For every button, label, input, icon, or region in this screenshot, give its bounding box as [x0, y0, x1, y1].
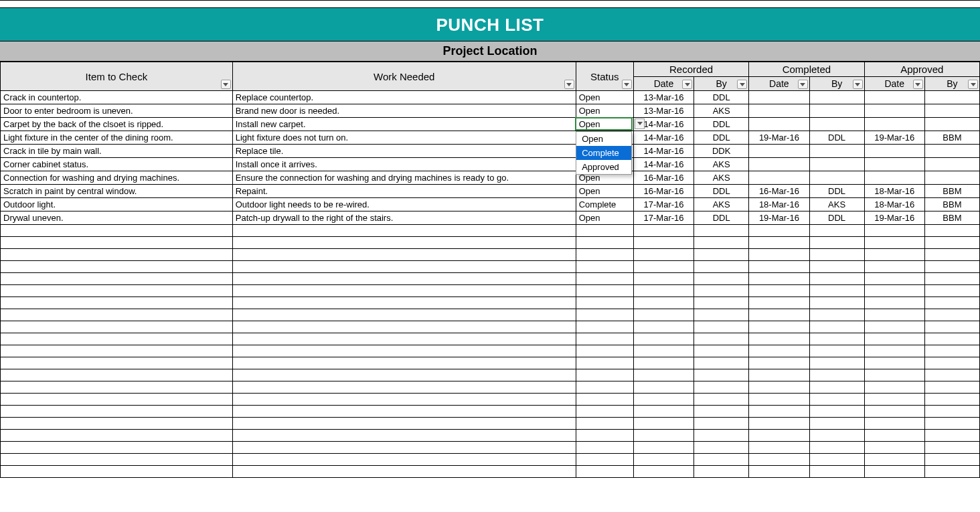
empty-cell[interactable]: [633, 394, 693, 406]
cell-completed-date[interactable]: [749, 158, 809, 171]
empty-cell[interactable]: [694, 369, 749, 381]
empty-cell[interactable]: [809, 345, 864, 357]
empty-cell[interactable]: [694, 418, 749, 430]
empty-cell[interactable]: [864, 418, 924, 430]
cell-completed-by[interactable]: [809, 91, 864, 104]
empty-cell[interactable]: [809, 406, 864, 418]
empty-cell[interactable]: [924, 273, 979, 285]
cell-work[interactable]: Brand new door is needed.: [232, 104, 576, 118]
empty-cell[interactable]: [809, 357, 864, 369]
empty-cell[interactable]: [633, 249, 693, 261]
empty-cell[interactable]: [576, 309, 633, 321]
cell-completed-date[interactable]: [749, 145, 809, 158]
empty-cell[interactable]: [1, 321, 233, 333]
cell-approved-by[interactable]: [924, 145, 979, 158]
empty-cell[interactable]: [694, 249, 749, 261]
cell-recorded-by[interactable]: DDL: [694, 131, 749, 145]
empty-cell[interactable]: [1, 273, 233, 285]
cell-recorded-by[interactable]: DDL: [694, 118, 749, 131]
cell-completed-date[interactable]: [749, 171, 809, 185]
empty-cell[interactable]: [864, 406, 924, 418]
cell-completed-by[interactable]: [809, 158, 864, 171]
empty-cell[interactable]: [633, 285, 693, 297]
empty-cell[interactable]: [633, 369, 693, 381]
empty-cell[interactable]: [864, 309, 924, 321]
status-dropdown[interactable]: OpenCompleteApproved: [576, 131, 632, 175]
cell-completed-date[interactable]: [749, 118, 809, 131]
cell-item[interactable]: Corner cabinet status.: [1, 158, 233, 171]
cell-approved-date[interactable]: 19-Mar-16: [864, 211, 924, 225]
empty-cell[interactable]: [232, 285, 576, 297]
empty-cell[interactable]: [232, 261, 576, 273]
cell-item[interactable]: Connection for washing and drying machin…: [1, 171, 233, 185]
empty-cell[interactable]: [576, 273, 633, 285]
empty-cell[interactable]: [924, 225, 979, 237]
empty-cell[interactable]: [749, 454, 809, 466]
empty-cell[interactable]: [694, 309, 749, 321]
empty-cell[interactable]: [576, 418, 633, 430]
empty-cell[interactable]: [924, 406, 979, 418]
empty-cell[interactable]: [232, 394, 576, 406]
cell-status[interactable]: Open: [576, 118, 633, 131]
empty-cell[interactable]: [864, 442, 924, 454]
cell-completed-date[interactable]: [749, 91, 809, 104]
empty-cell[interactable]: [749, 333, 809, 345]
empty-cell[interactable]: [924, 237, 979, 249]
empty-cell[interactable]: [232, 406, 576, 418]
header-item[interactable]: Item to Check: [1, 62, 233, 91]
empty-cell[interactable]: [1, 345, 233, 357]
empty-cell[interactable]: [576, 249, 633, 261]
empty-cell[interactable]: [864, 430, 924, 442]
empty-cell[interactable]: [232, 333, 576, 345]
cell-recorded-date[interactable]: 16-Mar-16: [633, 171, 693, 185]
empty-cell[interactable]: [1, 454, 233, 466]
empty-cell[interactable]: [633, 333, 693, 345]
empty-cell[interactable]: [694, 345, 749, 357]
empty-cell[interactable]: [232, 273, 576, 285]
empty-cell[interactable]: [809, 394, 864, 406]
empty-cell[interactable]: [864, 466, 924, 478]
empty-cell[interactable]: [576, 454, 633, 466]
empty-cell[interactable]: [576, 261, 633, 273]
cell-approved-by[interactable]: BBM: [924, 185, 979, 198]
cell-recorded-date[interactable]: 14-Mar-16: [633, 158, 693, 171]
empty-cell[interactable]: [1, 430, 233, 442]
cell-recorded-date[interactable]: 14-Mar-16: [633, 131, 693, 145]
empty-cell[interactable]: [924, 297, 979, 309]
empty-cell[interactable]: [633, 345, 693, 357]
cell-recorded-by[interactable]: AKS: [694, 171, 749, 185]
empty-cell[interactable]: [809, 297, 864, 309]
empty-cell[interactable]: [1, 466, 233, 478]
cell-completed-date[interactable]: 16-Mar-16: [749, 185, 809, 198]
empty-cell[interactable]: [924, 442, 979, 454]
empty-cell[interactable]: [809, 381, 864, 394]
empty-cell[interactable]: [576, 333, 633, 345]
cell-approved-by[interactable]: [924, 171, 979, 185]
empty-cell[interactable]: [809, 454, 864, 466]
empty-cell[interactable]: [749, 369, 809, 381]
empty-cell[interactable]: [749, 345, 809, 357]
empty-cell[interactable]: [694, 321, 749, 333]
empty-cell[interactable]: [232, 309, 576, 321]
empty-cell[interactable]: [809, 237, 864, 249]
empty-cell[interactable]: [633, 237, 693, 249]
cell-approved-date[interactable]: 19-Mar-16: [864, 131, 924, 145]
empty-cell[interactable]: [232, 381, 576, 394]
empty-cell[interactable]: [232, 249, 576, 261]
empty-cell[interactable]: [749, 261, 809, 273]
filter-icon[interactable]: [737, 80, 747, 89]
cell-recorded-by[interactable]: AKS: [694, 198, 749, 211]
cell-recorded-by[interactable]: AKS: [694, 104, 749, 118]
empty-cell[interactable]: [1, 418, 233, 430]
empty-cell[interactable]: [749, 394, 809, 406]
empty-cell[interactable]: [749, 466, 809, 478]
cell-approved-date[interactable]: [864, 91, 924, 104]
cell-status[interactable]: Open: [576, 211, 633, 225]
cell-completed-date[interactable]: 19-Mar-16: [749, 131, 809, 145]
empty-cell[interactable]: [694, 394, 749, 406]
empty-cell[interactable]: [694, 430, 749, 442]
empty-cell[interactable]: [1, 442, 233, 454]
empty-cell[interactable]: [694, 454, 749, 466]
empty-cell[interactable]: [864, 225, 924, 237]
empty-cell[interactable]: [864, 321, 924, 333]
